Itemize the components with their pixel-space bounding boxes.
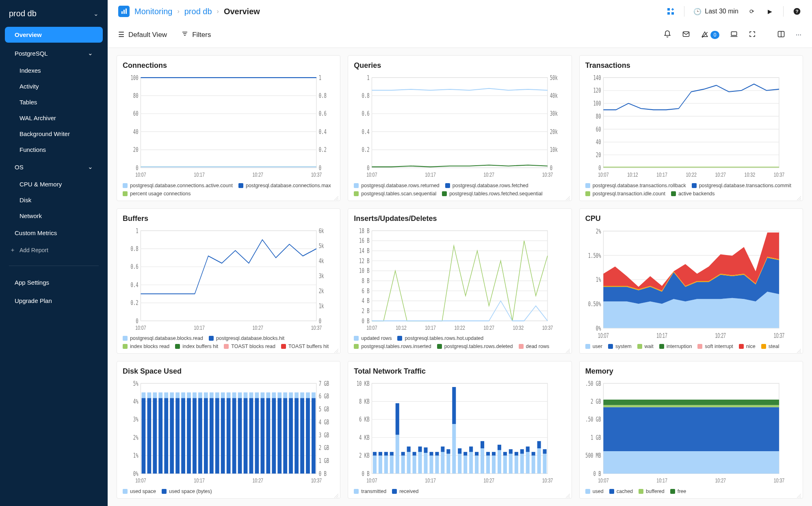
mail-icon[interactable] xyxy=(682,30,690,39)
sidebar-title-row[interactable]: prod db ⌄ xyxy=(0,5,108,26)
svg-text:10:17: 10:17 xyxy=(194,171,205,178)
chart-area: 0%1%2%3%4%5%0 B1 GB2 GB3 GB4 GB5 GB6 GB7… xyxy=(123,379,334,486)
resize-handle-icon[interactable] xyxy=(334,195,338,199)
svg-text:18 B: 18 B xyxy=(359,227,370,234)
sidebar-item-bgwriter[interactable]: Background Writer xyxy=(0,126,108,142)
chart-panel-transactions[interactable]: Transactions02040608010012014010:0710:12… xyxy=(579,55,803,201)
legend-item[interactable]: postgresql.tables.rows.inserted xyxy=(354,344,431,349)
plus-icon: ＋ xyxy=(10,247,15,254)
legend-item[interactable]: steal xyxy=(761,344,779,349)
legend-item[interactable]: postgresql.transaction.idle.count xyxy=(585,191,665,197)
legend-item[interactable]: index buffers hit xyxy=(175,344,218,349)
sidebar-add-report[interactable]: ＋ Add Report xyxy=(0,242,108,258)
legend-item[interactable]: postgresql.database.transactions.rollbac… xyxy=(585,183,686,188)
legend-item[interactable]: active backends xyxy=(671,191,715,197)
legend-item[interactable]: nice xyxy=(739,344,756,349)
sidebar-item-network[interactable]: Network xyxy=(0,208,108,224)
sidebar-item-disk[interactable]: Disk xyxy=(0,192,108,208)
add-widget-icon[interactable] xyxy=(666,7,675,16)
laptop-icon[interactable] xyxy=(730,30,738,39)
resize-handle-icon[interactable] xyxy=(797,195,801,199)
legend-item[interactable]: postgresql.tables.rows.deleted xyxy=(437,344,513,349)
sidebar-item-overview[interactable]: Overview xyxy=(5,27,103,43)
legend-item[interactable]: index blocks read xyxy=(123,344,169,349)
sidebar-item-indexes[interactable]: Indexes xyxy=(0,63,108,78)
chart-panel-buffers[interactable]: Buffers00.20.40.60.8101k2k3k4k5k6k10:071… xyxy=(117,208,340,354)
resize-handle-icon[interactable] xyxy=(566,348,570,352)
resize-handle-icon[interactable] xyxy=(797,493,801,497)
chart-panel-connections[interactable]: Connections02040608010000.20.40.60.8110:… xyxy=(117,55,340,201)
resize-handle-icon[interactable] xyxy=(566,493,570,497)
legend-item[interactable]: system xyxy=(608,344,632,349)
legend-item[interactable]: used xyxy=(585,489,604,494)
sidebar-item-cpu[interactable]: CPU & Memory xyxy=(0,176,108,192)
legend-item[interactable]: interruption xyxy=(659,344,692,349)
chart-panel-disk[interactable]: Disk Space Used0%1%2%3%4%5%0 B1 GB2 GB3 … xyxy=(117,361,340,499)
filters-button[interactable]: Filters xyxy=(182,30,211,39)
legend-item[interactable]: transmitted xyxy=(354,489,386,494)
legend-item[interactable]: postgresql.tables.rows.hot.updated xyxy=(397,335,483,341)
sidebar-item-wal[interactable]: WAL Archiver xyxy=(0,110,108,126)
sidebar-item-tables[interactable]: Tables xyxy=(0,94,108,110)
legend-item[interactable]: postgresql.database.rows.fetched xyxy=(445,183,528,188)
legend-item[interactable]: postgresql.database.blocks.read xyxy=(123,335,203,341)
legend-item[interactable]: free xyxy=(670,489,686,494)
legend-item[interactable]: TOAST blocks read xyxy=(224,344,275,349)
sidebar-item-os[interactable]: OS ⌄ xyxy=(5,159,103,175)
legend-swatch xyxy=(175,344,180,349)
legend-item[interactable]: postgresql.tables.scan.sequential xyxy=(354,191,436,197)
breadcrumb-mid[interactable]: prod db xyxy=(184,7,212,16)
legend-item[interactable]: percent usage connections xyxy=(123,191,191,197)
chart-panel-cpu[interactable]: CPU0%0.50%1%1.50%2%10:0710:1710:2710:37u… xyxy=(579,208,803,354)
chart-panel-iud[interactable]: Inserts/Updates/Deletes0 B2 B4 B6 B8 B10… xyxy=(348,208,572,354)
alert-off-icon[interactable]: 0 xyxy=(701,31,719,39)
sidebar-app-settings[interactable]: App Settings xyxy=(5,275,103,290)
play-icon[interactable]: ▶ xyxy=(765,7,774,16)
legend-item[interactable]: wait xyxy=(637,344,654,349)
legend-item[interactable]: updated rows xyxy=(354,335,392,341)
refresh-icon[interactable]: ⟳ xyxy=(747,7,756,16)
legend-item[interactable]: postgresql.tables.rows.fetched.sequentia… xyxy=(442,191,542,197)
legend-item[interactable]: postgresql.database.connections.active.c… xyxy=(123,183,233,188)
legend-item[interactable]: soft interrupt xyxy=(697,344,733,349)
help-icon[interactable]: ? xyxy=(793,7,801,16)
chevron-right-icon: › xyxy=(217,8,219,15)
bell-icon[interactable] xyxy=(663,30,671,39)
sidebar-upgrade-plan[interactable]: Upgrade Plan xyxy=(5,293,103,309)
svg-text:2k: 2k xyxy=(319,287,324,294)
panel-layout-icon[interactable] xyxy=(777,30,785,39)
breadcrumb-root[interactable]: Monitoring xyxy=(134,7,172,16)
chart-panel-net[interactable]: Total Network Traffic0 B2 KB4 KB6 KB8 KB… xyxy=(348,361,572,499)
fullscreen-icon[interactable] xyxy=(749,30,756,39)
sidebar-item-postgresql[interactable]: PostgreSQL ⌄ xyxy=(5,45,103,61)
legend-label: postgresql.database.transactions.commit xyxy=(699,183,791,188)
sidebar-item-activity[interactable]: Activity xyxy=(0,78,108,94)
default-view-button[interactable]: ☰ Default View xyxy=(118,30,167,39)
sidebar-item-functions[interactable]: Functions xyxy=(0,142,108,158)
svg-rect-264 xyxy=(390,452,394,456)
legend-item[interactable]: used space xyxy=(123,489,156,494)
timerange-picker[interactable]: 🕒 Last 30 min xyxy=(693,8,738,15)
legend-item[interactable]: postgresql.database.rows.returned xyxy=(354,183,439,188)
svg-text:6k: 6k xyxy=(319,227,324,234)
legend-item[interactable]: dead rows xyxy=(519,344,550,349)
panel-title: Transactions xyxy=(585,61,797,70)
more-icon[interactable]: ⋯ xyxy=(796,32,801,38)
resize-handle-icon[interactable] xyxy=(334,493,338,497)
resize-handle-icon[interactable] xyxy=(797,348,801,352)
legend-item[interactable]: postgresql.database.transactions.commit xyxy=(692,183,791,188)
resize-handle-icon[interactable] xyxy=(334,348,338,352)
chart-panel-memory[interactable]: Memory0 B500 MB1 GB1.50 GB2 GB2.50 GB10:… xyxy=(579,361,803,499)
svg-text:10:37: 10:37 xyxy=(542,171,553,178)
legend-item[interactable]: received xyxy=(392,489,418,494)
legend-item[interactable]: postgresql.database.connections.max xyxy=(238,183,331,188)
resize-handle-icon[interactable] xyxy=(566,195,570,199)
legend-item[interactable]: TOAST buffers hit xyxy=(281,344,329,349)
sidebar-item-custom[interactable]: Custom Metrics xyxy=(5,225,103,241)
legend-item[interactable]: used space (bytes) xyxy=(162,489,212,494)
legend-item[interactable]: cached xyxy=(609,489,633,494)
legend-item[interactable]: buffered xyxy=(639,489,665,494)
legend-item[interactable]: user xyxy=(585,344,602,349)
legend-item[interactable]: postgresql.database.blocks.hit xyxy=(209,335,284,341)
chart-panel-queries[interactable]: Queries00.20.40.60.81010k20k30k40k50k10:… xyxy=(348,55,572,201)
